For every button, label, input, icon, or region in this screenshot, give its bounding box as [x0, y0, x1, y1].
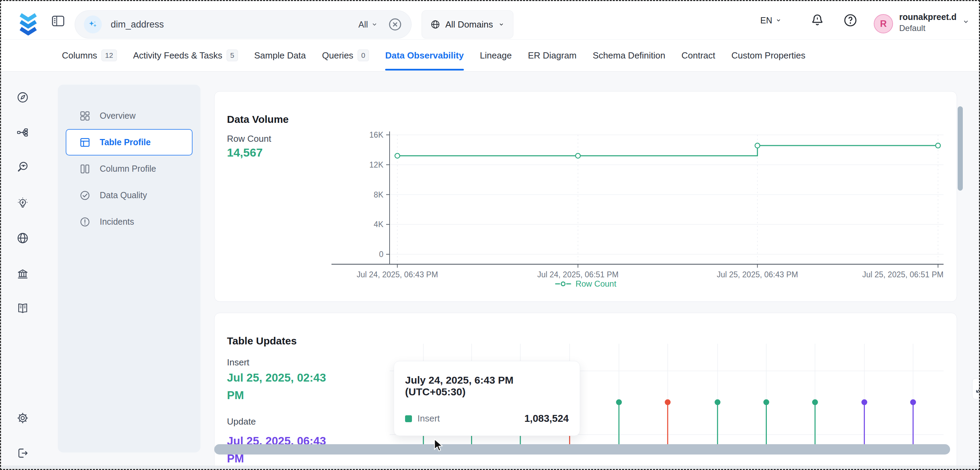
bottom-strip [1, 465, 980, 470]
tab-custom-properties[interactable]: Custom Properties [732, 40, 805, 71]
tab-count-badge: 5 [227, 49, 238, 61]
search-input[interactable] [110, 19, 358, 30]
chevron-down-icon [371, 21, 378, 28]
update-label: Update [227, 416, 256, 427]
row-count-label: Row Count [227, 134, 271, 144]
tab-contract[interactable]: Contract [681, 40, 715, 71]
tab-activity-feeds[interactable]: Activity Feeds & Tasks 5 [133, 40, 238, 71]
global-search: All [75, 10, 412, 38]
svg-text:Jul 24, 2025, 06:43 PM: Jul 24, 2025, 06:43 PM [356, 270, 438, 279]
sidebar-data-flow-icon[interactable] [16, 126, 29, 139]
ai-sparkle-icon [84, 16, 102, 33]
data-volume-title: Data Volume [227, 113, 289, 125]
subnav-data-quality[interactable]: Data Quality [58, 182, 200, 209]
svg-text:Jul 25, 2025, 06:51 PM: Jul 25, 2025, 06:51 PM [862, 270, 943, 279]
entity-tabs: Columns 12 Activity Feeds & Tasks 5 Samp… [1, 40, 980, 72]
sidebar-governance-icon[interactable] [16, 267, 29, 280]
subnav-column-profile[interactable]: Column Profile [58, 156, 200, 182]
globe-icon [430, 19, 441, 30]
subnav-incidents[interactable]: Incidents [58, 209, 200, 235]
sidebar-logout-icon[interactable] [16, 447, 29, 460]
sidebar-toggle-icon[interactable] [51, 15, 65, 27]
columns-icon [79, 163, 91, 175]
insert-series-swatch [405, 415, 412, 422]
tooltip-series-label: Insert [417, 413, 524, 424]
help-icon[interactable] [843, 13, 858, 28]
tab-count-badge: 12 [102, 49, 117, 61]
user-initial: R [880, 19, 887, 29]
tooltip-title: July 24, 2025, 6:43 PM (UTC+05:30) [405, 374, 569, 398]
sidebar-glossary-icon[interactable] [16, 302, 29, 315]
sidebar-explore-icon[interactable] [16, 91, 29, 104]
table-icon [79, 137, 91, 148]
svg-text:0: 0 [379, 250, 383, 259]
notifications-bell-icon[interactable] [810, 13, 825, 28]
svg-text:8K: 8K [374, 190, 384, 199]
search-scope-label: All [358, 20, 368, 30]
svg-text:Jul 24, 2025, 06:51 PM: Jul 24, 2025, 06:51 PM [537, 270, 619, 279]
legend-line-icon [555, 281, 571, 287]
svg-text:Jul 25, 2025, 06:43 PM: Jul 25, 2025, 06:43 PM [717, 270, 798, 279]
tooltip-row: Insert 1,083,524 [405, 413, 569, 424]
tab-lineage[interactable]: Lineage [480, 40, 512, 71]
data-volume-card: Data Volume Row Count 14,567 04K8K12K16K… [214, 91, 957, 302]
user-name: rounakpreet.d [899, 11, 957, 23]
tab-schema-definition[interactable]: Schema Definition [593, 40, 665, 71]
language-label: EN [760, 16, 772, 25]
grid-icon [79, 110, 91, 122]
horizontal-scrollbar[interactable] [214, 444, 950, 454]
table-updates-title: Table Updates [227, 335, 297, 347]
check-circle-icon [79, 190, 91, 201]
chevron-down-icon [498, 21, 505, 28]
chart-tooltip: July 24, 2025, 6:43 PM (UTC+05:30) Inser… [394, 361, 580, 436]
tab-sample-data[interactable]: Sample Data [254, 40, 306, 71]
sidebar-settings-icon[interactable] [16, 411, 29, 425]
top-bar: All All Domains [1, 1, 980, 40]
alert-circle-icon [79, 216, 91, 228]
sidebar-domains-icon[interactable] [16, 231, 29, 245]
sidebar-observability-icon[interactable] [16, 160, 29, 174]
row-count-legend[interactable]: Row Count [555, 279, 617, 289]
tab-columns[interactable]: Columns 12 [62, 40, 117, 71]
subnav-table-profile[interactable]: Table Profile [66, 129, 192, 156]
app-screen: All All Domains [0, 0, 980, 470]
svg-text:4K: 4K [374, 220, 384, 229]
search-scope-dropdown[interactable]: All [358, 20, 378, 30]
subnav-overview[interactable]: Overview [58, 102, 200, 129]
tab-queries[interactable]: Queries 0 [322, 40, 369, 71]
profile-subnav: Overview Table Profile Column Profile Da… [58, 84, 200, 452]
language-selector[interactable]: EN [760, 1, 782, 40]
user-menu-chevron-icon[interactable] [962, 18, 970, 26]
sidebar-insights-icon[interactable] [16, 196, 29, 210]
insert-label: Insert [227, 357, 249, 368]
domains-label: All Domains [445, 19, 493, 30]
user-workspace: Default [899, 23, 957, 33]
clear-search-icon[interactable] [388, 17, 402, 32]
tab-data-observability[interactable]: Data Observability [385, 40, 463, 71]
row-count-value: 14,567 [227, 146, 263, 159]
chevron-down-icon [775, 17, 782, 24]
vertical-scrollbar[interactable] [958, 106, 963, 191]
svg-text:12K: 12K [369, 160, 384, 169]
svg-text:16K: 16K [369, 131, 384, 139]
user-avatar[interactable]: R [874, 14, 893, 33]
domains-selector[interactable]: All Domains [422, 10, 513, 38]
row-count-line-chart[interactable]: 04K8K12K16KJul 24, 2025, 06:43 PMJul 24,… [321, 122, 947, 294]
collate-logo-icon[interactable] [16, 10, 40, 35]
tooltip-value: 1,083,524 [524, 413, 569, 424]
expand-icon [975, 384, 980, 394]
tab-count-badge: 0 [358, 49, 369, 61]
expand-panel-button[interactable] [972, 378, 980, 400]
tab-er-diagram[interactable]: ER Diagram [528, 40, 577, 71]
user-menu[interactable]: rounakpreet.d Default [899, 11, 957, 33]
